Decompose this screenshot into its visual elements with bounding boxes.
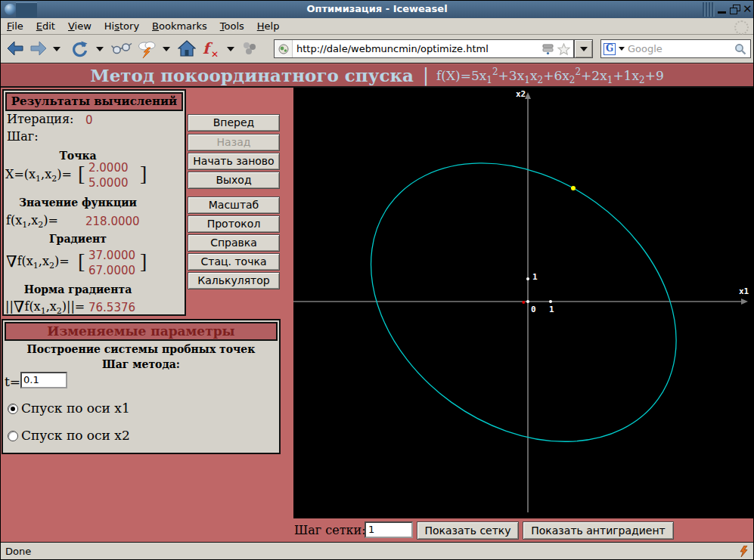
t-label: t=	[5, 374, 20, 389]
bookmark-star-icon[interactable]	[557, 43, 570, 55]
norm-label: ||∇f(x1,x2)||=	[5, 299, 85, 315]
forward-button[interactable]: Вперед	[188, 114, 280, 131]
fvalue-heading: Значение функции	[4, 196, 152, 209]
radio-descent-x1[interactable]	[8, 404, 18, 414]
iteration-value: 0	[85, 113, 93, 127]
window-title: Оптимизация - Iceweasel	[1, 3, 753, 14]
menu-bar: File Edit View History Bookmarks Tools H…	[1, 18, 753, 35]
script-blocked-button[interactable]: f✕	[202, 40, 222, 58]
page-title: Метод покоординатного спуска	[90, 65, 414, 85]
show-grid-button[interactable]: Показать сетку	[417, 521, 519, 540]
results-panel-title: Результаты вычислений	[5, 92, 183, 111]
fvalue-label: f(x1,x2)=	[6, 213, 58, 227]
google-icon: G	[604, 43, 616, 55]
back-button: Назад	[188, 134, 280, 151]
norm-heading: Норма градиента	[4, 283, 152, 295]
step-method-heading: Шаг метода:	[3, 358, 279, 370]
titlebar-texture-right	[703, 2, 715, 17]
svg-text:✕: ✕	[211, 49, 219, 58]
svg-text:x1: x1	[739, 286, 749, 296]
storm-dropdown[interactable]	[163, 47, 170, 51]
exit-button[interactable]: Выход	[188, 172, 280, 189]
step-label: Шаг:	[7, 129, 39, 144]
calculator-button[interactable]: Калькулятор	[188, 272, 280, 289]
search-engine-dropdown[interactable]	[619, 47, 625, 51]
scale-button[interactable]: Масштаб	[188, 196, 280, 214]
svg-text:x2: x2	[516, 89, 526, 99]
window-titlebar[interactable]: Оптимизация - Iceweasel ✕	[1, 1, 753, 18]
molecule-icon-button[interactable]	[241, 40, 258, 57]
throbber-icon	[734, 20, 749, 35]
search-icon[interactable]	[734, 43, 746, 55]
help-button[interactable]: Справка	[188, 234, 280, 252]
gradient-y-value: 67.0000	[88, 263, 135, 278]
svg-text:1: 1	[532, 272, 538, 282]
favicon	[275, 40, 293, 57]
chevron-down-icon	[580, 47, 588, 51]
status-text: Done	[5, 546, 31, 557]
point-label: X=(x1,x2)=	[5, 167, 72, 181]
gradient-label: ∇f(x1,x2)=	[6, 254, 70, 270]
t-input[interactable]: 0.1	[20, 372, 67, 388]
menu-file[interactable]: File	[7, 20, 23, 32]
search-box[interactable]: G Google	[600, 39, 751, 58]
radio-descent-x2-label: Спуск по оси x2	[21, 428, 130, 443]
radio-descent-x2[interactable]	[8, 431, 18, 441]
point-x-value: 2.0000	[88, 160, 129, 175]
menu-help[interactable]: Help	[257, 20, 280, 32]
gradient-x-value: 37.0000	[88, 248, 135, 263]
reload-dropdown[interactable]	[96, 47, 104, 51]
restart-button[interactable]: Начать заново	[188, 153, 280, 170]
reload-button[interactable]	[70, 40, 88, 58]
minimize-button[interactable]	[716, 4, 728, 16]
page-header: Метод покоординатного спуска | f(X)=5x12…	[1, 64, 753, 88]
point-y-value: 5.0000	[88, 175, 129, 190]
server-icon	[541, 43, 555, 55]
forward-dropdown[interactable]	[53, 47, 61, 51]
glasses-icon-button[interactable]	[111, 40, 132, 57]
menu-bookmarks[interactable]: Bookmarks	[152, 20, 207, 32]
close-button[interactable]: ✕	[743, 2, 754, 14]
home-button[interactable]	[178, 40, 196, 57]
status-bar: Done	[1, 542, 753, 559]
search-input[interactable]: Google	[628, 43, 734, 54]
statusbar-extension-icon[interactable]	[738, 546, 749, 557]
menu-view[interactable]: View	[68, 20, 92, 32]
browser-window: Оптимизация - Iceweasel ✕ File Edit View…	[0, 0, 754, 560]
params-panel: Изменяемые параметры Построение системы …	[2, 319, 281, 454]
menu-history[interactable]: History	[104, 20, 139, 32]
show-antigradient-button[interactable]: Показать антиградиент	[523, 521, 674, 540]
gradient-heading: Градиент	[4, 233, 152, 245]
plot-canvas: 011x1x2	[293, 88, 753, 518]
navigation-toolbar: f✕ http://dale/webmuncmin/optimize.html …	[1, 35, 753, 63]
fvalue-value: 218.0000	[85, 215, 140, 228]
header-separator: |	[423, 64, 429, 85]
menu-tools[interactable]: Tools	[220, 20, 244, 32]
url-bar[interactable]: http://dale/webmuncmin/optimize.html	[274, 39, 574, 58]
url-text[interactable]: http://dale/webmuncmin/optimize.html	[293, 43, 541, 54]
forward-button[interactable]	[30, 40, 47, 57]
stationary-point-button[interactable]: Стац. точка	[188, 253, 280, 271]
minimize-icon	[718, 11, 726, 14]
grid-step-input[interactable]: 1	[365, 521, 413, 538]
svg-text:0: 0	[531, 305, 536, 314]
objective-function: f(X)=5x12+3x1x2+6x22+2x1+1x2+9	[436, 68, 664, 83]
grid-step-label: Шаг сетки:	[294, 523, 366, 537]
storm-cloud-button[interactable]	[138, 40, 157, 59]
url-dropdown-button[interactable]	[574, 39, 593, 58]
svg-text:1: 1	[549, 305, 554, 314]
point-heading: Точка	[4, 150, 152, 162]
norm-value: 76.5376	[88, 301, 135, 314]
menu-edit[interactable]: Edit	[36, 20, 55, 32]
script-dropdown[interactable]	[227, 47, 234, 51]
params-panel-title: Изменяемые параметры	[5, 322, 278, 341]
iteration-label: Итерация:	[7, 112, 74, 126]
protocol-button[interactable]: Протокол	[188, 215, 280, 233]
restore-button[interactable]	[729, 4, 741, 16]
radio-descent-x1-label: Спуск по оси x1	[21, 401, 130, 416]
results-panel: Результаты вычислений Итерация: 0 Шаг: Т…	[2, 89, 186, 316]
back-button[interactable]	[7, 40, 23, 57]
params-subtitle: Построение системы пробных точек	[3, 343, 279, 355]
